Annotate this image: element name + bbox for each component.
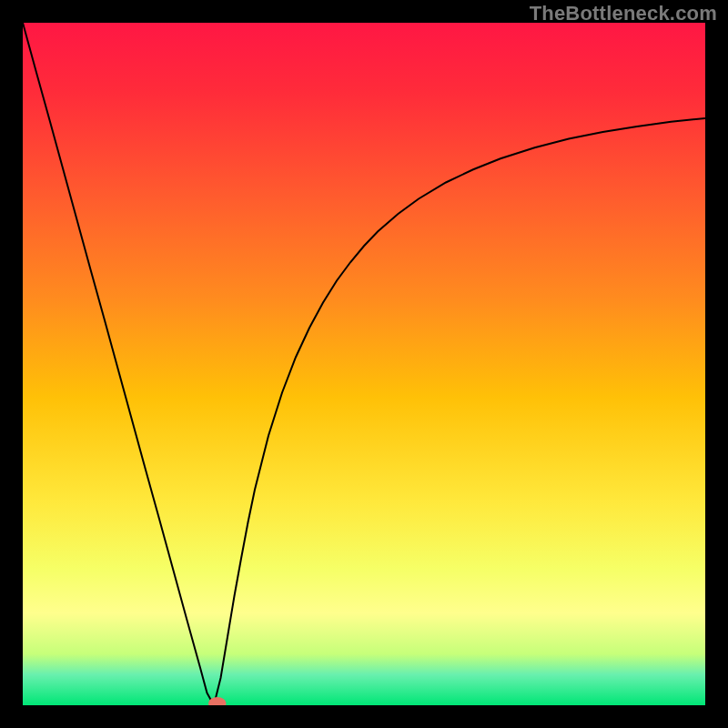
plot-area xyxy=(23,23,705,705)
gradient-bg xyxy=(23,23,705,705)
chart-frame: TheBottleneck.com xyxy=(0,0,728,728)
chart-svg xyxy=(23,23,705,705)
